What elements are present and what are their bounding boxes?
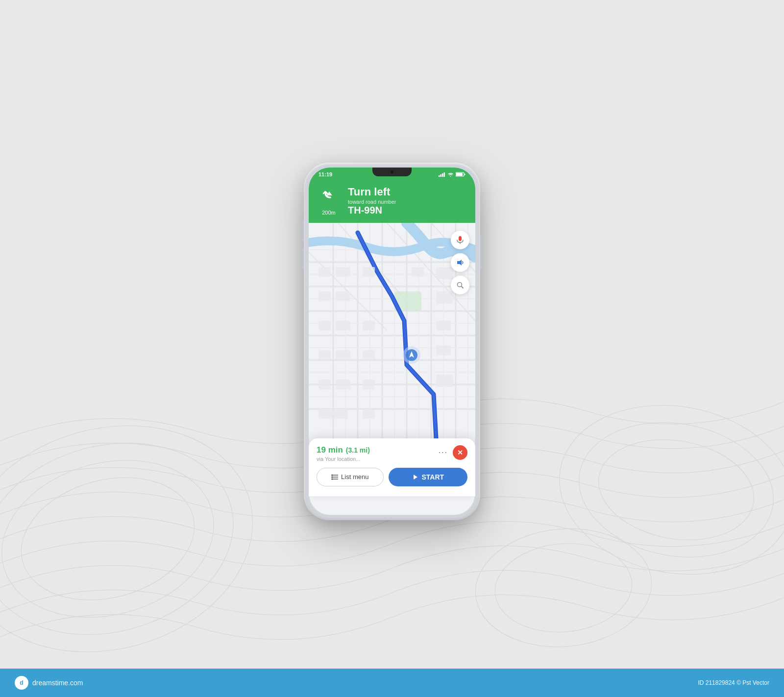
nav-instruction: Turn left xyxy=(348,186,467,198)
svg-marker-84 xyxy=(414,475,417,480)
svg-rect-72 xyxy=(363,409,375,419)
phone-outer-frame: 11:19 xyxy=(304,163,480,520)
microphone-button[interactable] xyxy=(451,231,469,249)
status-time: 11:19 xyxy=(318,171,332,177)
svg-point-83 xyxy=(332,478,333,480)
watermark-author: © Pst Vector xyxy=(736,679,769,686)
svg-point-82 xyxy=(332,476,333,478)
list-menu-button[interactable]: List menu xyxy=(317,468,384,486)
close-route-button[interactable]: ✕ xyxy=(453,445,467,460)
route-actions: ··· ✕ xyxy=(439,445,467,460)
phone-screen: 11:19 xyxy=(309,168,475,515)
svg-rect-67 xyxy=(363,350,375,360)
bottom-panel: 19 min (3.1 mi) via Your location... ···… xyxy=(309,438,475,496)
battery-icon xyxy=(456,172,466,177)
search-map-button[interactable] xyxy=(451,276,469,294)
route-details: 19 min (3.1 mi) via Your location... xyxy=(317,445,439,462)
start-button[interactable]: START xyxy=(389,468,467,486)
time-dist: (3.1 mi) xyxy=(346,446,370,454)
svg-rect-73 xyxy=(459,236,462,241)
svg-rect-11 xyxy=(442,173,443,177)
nav-toward: toward road number xyxy=(348,199,467,205)
dreamstime-logo-icon: d xyxy=(15,676,28,690)
svg-rect-60 xyxy=(436,345,451,355)
svg-rect-63 xyxy=(336,321,350,331)
time-value: 19 min xyxy=(317,445,343,455)
svg-rect-51 xyxy=(318,267,331,277)
signal-icon xyxy=(439,172,445,177)
svg-rect-52 xyxy=(336,267,350,277)
speaker-button[interactable] xyxy=(451,253,469,272)
watermark-bar: d dreamstime.com ID 211829824 © Pst Vect… xyxy=(0,669,784,697)
svg-point-81 xyxy=(332,474,333,476)
svg-rect-61 xyxy=(436,375,453,387)
wifi-icon xyxy=(447,172,454,177)
svg-rect-64 xyxy=(318,350,331,360)
phone-mockup: 11:19 xyxy=(304,163,480,520)
status-bar: 11:19 xyxy=(309,168,475,181)
svg-rect-62 xyxy=(318,321,331,331)
svg-rect-56 xyxy=(412,267,424,277)
svg-rect-70 xyxy=(363,380,375,389)
map-area xyxy=(309,223,475,438)
nav-header: 200m Turn left toward road number TH-99N xyxy=(309,181,475,223)
route-via: via Your location... xyxy=(317,456,439,462)
notch-dot xyxy=(391,170,393,173)
nav-info: Turn left toward road number TH-99N xyxy=(348,186,467,216)
svg-rect-71 xyxy=(318,409,348,419)
svg-rect-15 xyxy=(465,173,466,175)
route-time: 19 min (3.1 mi) xyxy=(317,445,439,455)
svg-rect-53 xyxy=(318,291,331,301)
turn-icon-box: 200m xyxy=(317,186,341,216)
svg-point-1 xyxy=(0,437,232,640)
svg-point-4 xyxy=(590,428,762,552)
svg-rect-65 xyxy=(336,350,350,360)
nav-road: TH-99N xyxy=(348,205,467,216)
watermark-id-text: ID 211829824 xyxy=(698,679,735,686)
svg-rect-66 xyxy=(363,321,375,331)
map-controls xyxy=(451,231,469,294)
svg-point-6 xyxy=(546,387,784,592)
svg-point-8 xyxy=(470,522,657,654)
list-menu-label: List menu xyxy=(341,473,368,481)
action-buttons: List menu START xyxy=(317,468,467,486)
svg-rect-9 xyxy=(439,175,440,177)
svg-rect-59 xyxy=(436,321,451,331)
svg-point-3 xyxy=(0,394,278,683)
svg-line-77 xyxy=(462,287,463,288)
dreamstime-branding: d dreamstime.com xyxy=(15,676,83,690)
turn-distance: 200m xyxy=(322,210,336,216)
svg-rect-68 xyxy=(318,380,331,389)
dreamstime-site: dreamstime.com xyxy=(32,679,83,687)
svg-rect-14 xyxy=(456,173,463,176)
svg-rect-55 xyxy=(363,267,375,277)
watermark-id: ID 211829824 © Pst Vector xyxy=(698,679,769,686)
svg-rect-69 xyxy=(336,380,350,389)
svg-rect-54 xyxy=(336,291,350,301)
notch xyxy=(372,168,412,176)
svg-point-0 xyxy=(7,459,208,619)
status-icons xyxy=(439,172,466,177)
svg-rect-10 xyxy=(441,174,442,177)
svg-point-76 xyxy=(458,282,462,287)
route-info: 19 min (3.1 mi) via Your location... ···… xyxy=(317,445,467,462)
turn-arrow-icon xyxy=(318,186,340,208)
svg-point-7 xyxy=(491,538,636,638)
svg-rect-12 xyxy=(444,172,445,177)
svg-marker-75 xyxy=(457,260,462,265)
more-options-button[interactable]: ··· xyxy=(439,448,448,457)
start-label: START xyxy=(421,473,444,481)
